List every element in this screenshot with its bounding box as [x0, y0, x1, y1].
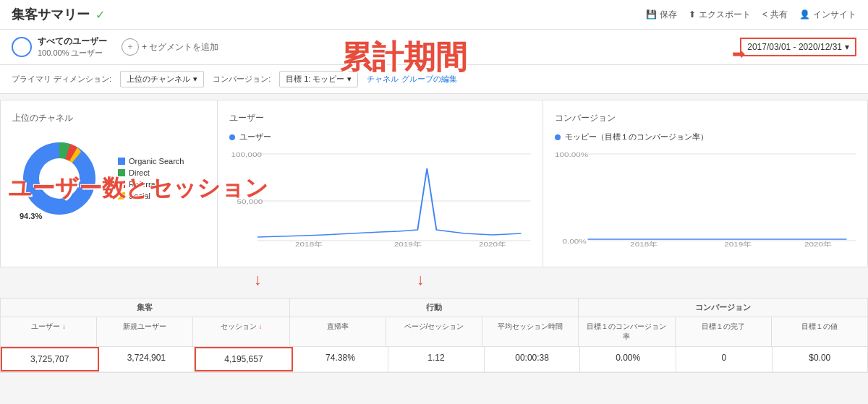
svg-text:2020年: 2020年 — [479, 241, 506, 247]
segment-name: すべてのユーザー — [38, 35, 107, 48]
user-down-arrow: ↓ — [217, 270, 299, 289]
export-icon: ⬆ — [689, 9, 696, 20]
cell-pages-session: 1.12 — [388, 347, 485, 371]
date-range-picker[interactable]: 2017/03/01 - 2020/12/31 ▾ — [740, 38, 856, 56]
cell-avg-session: 00:00:38 — [485, 347, 581, 371]
group-header-behavior: 行動 — [290, 298, 579, 317]
col-header-bounce: 直帰率 — [290, 317, 386, 346]
primary-dimension-label: プライマリ ディメンション: — [12, 74, 111, 85]
table-arrows-row: ↓ ↓ — [0, 267, 868, 292]
cell-sessions: 4,195,657 — [195, 347, 293, 371]
cell-new-users: 3,724,901 — [99, 347, 195, 371]
date-range-value: 2017/03/01 - 2020/12/31 — [747, 42, 842, 52]
svg-text:2019年: 2019年 — [394, 241, 421, 247]
share-button[interactable]: < 共有 — [762, 9, 788, 21]
segment-bar: すべてのユーザー 100.00% ユーザー + + セグメントを追加 累計期間 … — [0, 30, 868, 65]
cell-bounce: 74.38% — [293, 347, 389, 371]
segment-circle — [12, 37, 32, 57]
cell-conv-rate: 0.00% — [580, 347, 676, 371]
add-segment-circle: + — [122, 38, 139, 56]
insight-button[interactable]: 👤 インサイト — [799, 9, 856, 21]
page-title: 集客サマリー — [12, 6, 90, 23]
legend-organic-label: Organic Search — [129, 157, 184, 166]
export-button[interactable]: ⬆ エクスポート — [689, 9, 751, 21]
users-legend-label: ユーザー — [239, 132, 271, 142]
col-header-goal-value: 目標１の値 — [772, 317, 867, 346]
col-header-sessions: セッション ↓ — [193, 317, 289, 346]
sort-arrow-sessions: ↓ — [258, 322, 262, 330]
svg-text:0.00%: 0.00% — [562, 238, 586, 244]
segment-info: すべてのユーザー 100.00% ユーザー — [38, 35, 107, 59]
legend-organic: Organic Search — [118, 157, 184, 166]
svg-text:2018年: 2018年 — [295, 241, 322, 247]
users-chart-svg: 100,000 50,000 2018年 2019年 2020年 — [229, 147, 531, 248]
group-header-acquisition: 集客 — [1, 298, 290, 317]
charts-section: 上位のチャネル 94.3% — [0, 100, 868, 267]
data-row: 3,725,707 3,724,901 4,195,657 74.38% 1.1… — [1, 347, 867, 372]
top-channel-panel: 上位のチャネル 94.3% — [1, 100, 218, 267]
col-header-row: ユーザー ↓ 新規ユーザー セッション ↓ 直帰率 ページ/セッション 平均セッ… — [1, 317, 867, 347]
share-icon: < — [762, 9, 767, 20]
conversions-title: コンバージョン — [555, 112, 856, 124]
check-icon: ✓ — [95, 8, 105, 22]
user-session-annotation: ユーザー数とセッション — [8, 173, 268, 205]
add-segment-button[interactable]: + + セグメントを追加 — [122, 38, 218, 56]
date-arrow: ➡ — [732, 45, 745, 64]
group-header-conversions: コンバージョン — [579, 298, 867, 317]
col-header-conv-rate: 目標１のコンバージョン率 — [579, 317, 675, 346]
conversions-legend-label: モッピー（目標１のコンバージョン率） — [565, 132, 708, 142]
conversions-chart-area: 100.00% 0.00% 2018年 2019年 2020年 — [555, 147, 856, 255]
pie-percent: 94.3% — [20, 212, 42, 220]
group-header-row: 集客 行動 コンバージョン — [1, 298, 867, 317]
conversions-panel: コンバージョン モッピー（目標１のコンバージョン率） 100.00% 0.00%… — [543, 100, 868, 267]
conversions-legend-dot — [555, 134, 561, 140]
organic-dot — [118, 158, 125, 165]
chevron-down-icon: ▾ — [845, 42, 849, 52]
save-icon: 💾 — [646, 9, 657, 20]
users-title: ユーザー — [229, 112, 531, 124]
conversions-chart-svg: 100.00% 0.00% 2018年 2019年 2020年 — [555, 147, 856, 248]
users-legend-dot — [229, 134, 235, 140]
cell-goal-value: $0.00 — [773, 347, 868, 371]
cell-goal-complete: 0 — [676, 347, 773, 371]
segment-left: すべてのユーザー 100.00% ユーザー + + セグメントを追加 — [12, 35, 218, 59]
col-header-goal-complete: 目標１の完了 — [676, 317, 772, 346]
col-header-pages-session: ページ/セッション — [386, 317, 482, 346]
segment-sub: 100.00% ユーザー — [38, 48, 107, 59]
save-button[interactable]: 💾 保存 — [646, 9, 677, 21]
header-bar: 集客サマリー ✓ 💾 保存 ⬆ エクスポート < 共有 👤 インサイト — [0, 0, 868, 30]
col-header-new-users: 新規ユーザー — [97, 317, 193, 346]
channel-select[interactable]: 上位のチャンネル ▾ — [120, 71, 204, 87]
chevron-icon: ▾ — [193, 74, 197, 84]
header-right: 💾 保存 ⬆ エクスポート < 共有 👤 インサイト — [646, 9, 856, 21]
all-users-segment[interactable]: すべてのユーザー 100.00% ユーザー — [12, 35, 107, 59]
svg-text:2018年: 2018年 — [630, 241, 657, 247]
svg-text:100,000: 100,000 — [231, 151, 263, 158]
cumulative-period-annotation: 累計期間 — [340, 36, 467, 79]
users-legend: ユーザー — [229, 132, 531, 142]
svg-text:2020年: 2020年 — [804, 241, 830, 247]
users-chart-area: 100,000 50,000 2018年 2019年 2020年 — [229, 147, 531, 255]
header-left: 集客サマリー ✓ — [12, 6, 105, 23]
svg-text:100.00%: 100.00% — [555, 151, 588, 158]
top-channel-title: 上位のチャネル — [12, 112, 205, 124]
col-header-users: ユーザー ↓ — [1, 317, 97, 346]
session-down-arrow: ↓ — [380, 270, 461, 289]
table-section: 集客 行動 コンバージョン ユーザー ↓ 新規ユーザー セッション ↓ 直帰率 … — [0, 298, 868, 373]
svg-text:2019年: 2019年 — [724, 241, 751, 247]
col-header-avg-session: 平均セッション時間 — [482, 317, 579, 346]
insight-icon: 👤 — [799, 9, 810, 20]
cell-users: 3,725,707 — [1, 347, 99, 371]
conversions-legend: モッピー（目標１のコンバージョン率） — [555, 132, 856, 142]
conversion-label: コンバージョン: — [213, 74, 271, 85]
sort-arrow-users: ↓ — [62, 322, 66, 330]
